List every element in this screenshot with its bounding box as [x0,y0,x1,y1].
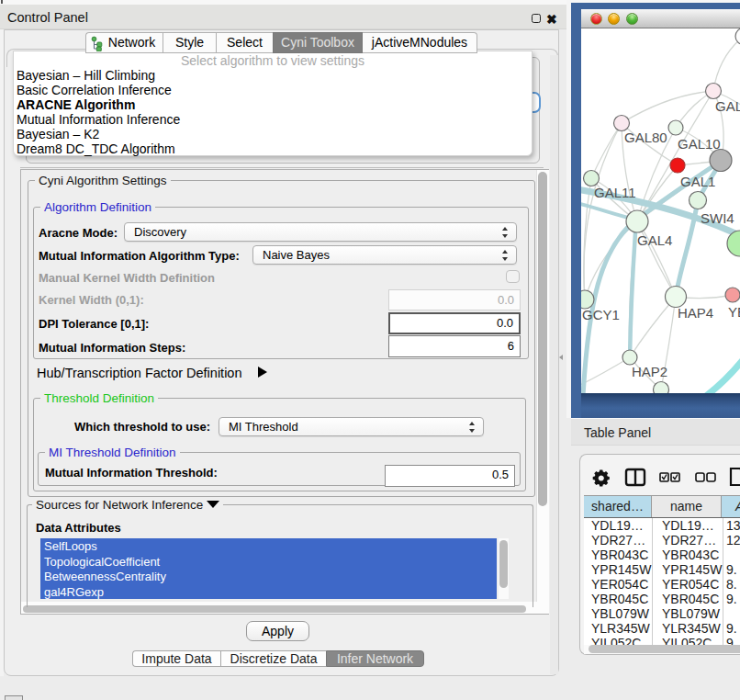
svg-text:GAL7: GAL7 [715,98,740,114]
svg-text:GAL11: GAL11 [594,185,636,200]
svg-text:HAP4: HAP4 [678,305,713,321]
svg-text:SWI4: SWI4 [701,210,734,226]
svg-text:GAL4: GAL4 [637,232,672,248]
svg-text:GCY1: GCY1 [582,307,620,322]
svg-text:GAL1: GAL1 [680,174,715,189]
svg-text:HAP2: HAP2 [632,364,667,379]
svg-text:YEL: YEL [728,304,740,320]
svg-text:GAL80: GAL80 [624,130,667,145]
svg-text:GAL10: GAL10 [678,136,721,152]
